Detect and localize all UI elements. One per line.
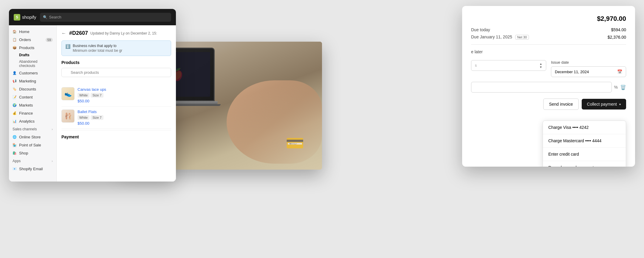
sidebar-item-customers[interactable]: 👤 Customers <box>9 69 56 77</box>
due-later-value: $2,376.00 <box>608 35 626 40</box>
stepper-down[interactable]: ▼ <box>539 66 542 69</box>
action-row: Send invoice Collect payment ▾ <box>471 98 626 110</box>
sidebar-item-analytics[interactable]: 📊 Analytics <box>9 117 56 125</box>
shop-icon: 🛍️ <box>13 151 17 155</box>
collect-chevron-icon: ▾ <box>619 103 621 106</box>
sidebar-item-label: Orders <box>19 37 31 42</box>
issue-date-value: December 11, 2024 <box>555 70 589 74</box>
form-field-issue-date: Issue date December 11, 2024 📅 <box>551 60 626 77</box>
shopify-logo-text: shopify <box>22 15 36 20</box>
product-thumbnail-2: 🩰 <box>61 110 75 123</box>
product-emoji-2: 🩰 <box>64 112 72 120</box>
alert-content: Business rules that apply to Minimum ord… <box>73 44 122 53</box>
apps-label: Apps <box>13 159 21 163</box>
orders-badge: 59 <box>46 38 53 42</box>
sidebar-item-finance[interactable]: 💰 Finance <box>9 109 56 117</box>
dropdown-item-visa[interactable]: Charge Visa •••• 4242 <box>543 121 626 134</box>
product-size-2: Size 7 <box>91 115 103 120</box>
due-today-value: $594.00 <box>611 27 626 32</box>
due-later-label: Due January 11, 2025 Net 30 <box>471 35 529 40</box>
issue-date-label: Issue date <box>551 60 626 65</box>
divider <box>471 44 626 45</box>
sidebar-item-discounts[interactable]: 🏷️ Discounts <box>9 85 56 93</box>
collect-payment-label: Collect payment <box>587 102 617 107</box>
alert-banner: ℹ️ Business rules that apply to Minimum … <box>61 40 171 56</box>
invoice-panel: $2,970.00 Due today $594.00 Due January … <box>462 6 635 167</box>
dropdown-item-manual[interactable]: Record manual payment <box>543 161 626 167</box>
sidebar-item-home[interactable]: 🏠 Home <box>9 28 56 36</box>
send-invoice-button[interactable]: Send invoice <box>543 98 578 110</box>
net30-badge: Net 30 <box>515 35 529 40</box>
sidebar-item-label: Markets <box>19 103 33 107</box>
alert-detail: Minimum order total must be gr <box>73 49 122 53</box>
sidebar-item-label: Point of Sale <box>19 143 41 147</box>
sidebar-item-markets[interactable]: 🌍 Markets <box>9 101 56 109</box>
expand-icon: › <box>52 127 53 131</box>
product-emoji-1: 👟 <box>64 90 72 97</box>
shopify-admin-panel: S shopify 🔍 Search 🏠 Home 📋 Orders 59 📦 … <box>9 9 176 182</box>
discount-input[interactable] <box>471 82 612 93</box>
percent-symbol: % <box>614 85 618 90</box>
main-content: ← #D2607 Updated by Danny Ly on December… <box>57 25 176 182</box>
panel-body: 🏠 Home 📋 Orders 59 📦 Products Drafts Aba… <box>9 25 176 182</box>
product-thumbnail-1: 👟 <box>61 87 75 100</box>
sidebar-item-label: Home <box>19 29 30 34</box>
dropdown-item-credit-card[interactable]: Enter credit card <box>543 148 626 161</box>
form-grid: s ▲ ▼ Issue date December 11, 2024 📅 <box>471 60 626 77</box>
product-price-2: $50.00 <box>78 121 171 126</box>
stepper-up[interactable]: ▲ <box>539 62 542 65</box>
product-price-1: $50.00 <box>78 99 171 103</box>
sidebar-item-online-store[interactable]: 🌐 Online Store <box>9 133 56 141</box>
sidebar-item-pos[interactable]: 🏪 Point of Sale <box>9 141 56 149</box>
discounts-icon: 🏷️ <box>13 87 17 91</box>
content-icon: 📝 <box>13 95 17 99</box>
payment-section: Payment <box>61 130 171 139</box>
pos-icon: 🏪 <box>13 143 17 147</box>
alert-title: Business rules that apply to <box>73 44 122 48</box>
dropdown-item-mastercard[interactable]: Charge Mastercard •••• 4444 <box>543 134 626 148</box>
markets-icon: 🌍 <box>13 103 17 107</box>
back-button[interactable]: ← <box>61 31 66 36</box>
due-today-row: Due today $594.00 <box>471 27 626 32</box>
products-title: Products <box>61 60 171 65</box>
sidebar-item-marketing[interactable]: 📢 Marketing <box>9 77 56 85</box>
search-bar[interactable]: 🔍 Search <box>40 13 171 22</box>
product-item-2: 🩰 Ballet Flats White Size 7 $50.00 <box>61 107 171 129</box>
title-row: ← #D2607 Updated by Danny Ly on December… <box>61 30 171 36</box>
product-size-1: Size 7 <box>91 93 103 98</box>
sidebar-item-label: Finance <box>19 111 33 115</box>
payment-title: Payment <box>61 135 171 139</box>
sidebar-item-label: Customers <box>19 71 38 75</box>
sidebar-item-drafts[interactable]: Drafts <box>9 52 56 58</box>
sidebar-item-label: Shop <box>19 151 28 155</box>
stepper-input[interactable]: s ▲ ▼ <box>471 60 546 71</box>
sidebar-item-content[interactable]: 📝 Content <box>9 93 56 101</box>
sidebar-item-label: Content <box>19 95 33 99</box>
collect-dropdown: Charge Visa •••• 4242 Charge Mastercard … <box>543 121 626 167</box>
search-icon: 🔍 <box>43 15 47 19</box>
search-placeholder: Search <box>49 15 61 19</box>
sales-channels-label: Sales channels <box>13 127 37 131</box>
sidebar-item-shopify-email[interactable]: 📧 Shopify Email <box>9 165 56 173</box>
products-icon: 📦 <box>13 46 17 50</box>
product-name-1[interactable]: Canvas lace ups <box>78 87 171 92</box>
search-products-wrap: 🔍 <box>61 68 171 81</box>
sidebar-item-products[interactable]: 📦 Products <box>9 44 56 52</box>
apps-section: Apps › <box>9 157 56 165</box>
sidebar-item-label: Shopify Email <box>19 167 43 171</box>
delete-discount-icon[interactable]: 🗑️ <box>620 85 626 90</box>
finance-icon: 💰 <box>13 111 17 115</box>
draft-id: #D2607 <box>69 30 88 36</box>
product-tags-2: White Size 7 <box>78 115 171 120</box>
calendar-icon: 📅 <box>617 69 622 74</box>
product-name-2[interactable]: Ballet Flats <box>78 110 171 114</box>
sidebar-item-orders[interactable]: 📋 Orders 59 <box>9 36 56 44</box>
product-tags-1: White Size 7 <box>78 93 171 98</box>
search-products-input[interactable] <box>61 68 171 77</box>
issue-date-input[interactable]: December 11, 2024 📅 <box>551 66 626 77</box>
email-icon: 📧 <box>13 167 17 171</box>
product-color-2: White <box>78 115 89 120</box>
sidebar-item-abandoned[interactable]: Abandoned checkouts <box>9 58 56 69</box>
collect-payment-button[interactable]: Collect payment ▾ <box>582 99 626 110</box>
sidebar-item-shop[interactable]: 🛍️ Shop <box>9 149 56 157</box>
